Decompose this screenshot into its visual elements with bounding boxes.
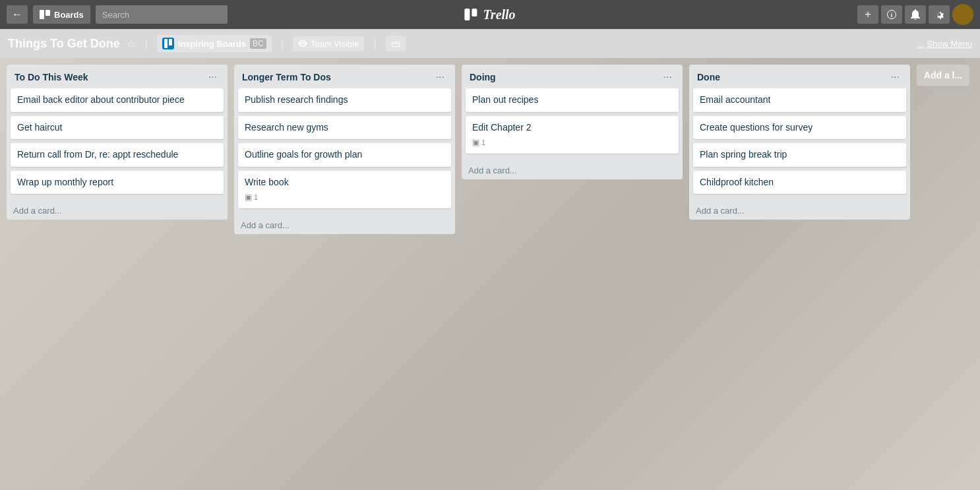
- card[interactable]: Email accountant: [693, 88, 906, 112]
- trello-wordmark: Trello: [483, 7, 515, 22]
- badge-icon: ▣: [472, 137, 479, 148]
- search-input[interactable]: [96, 5, 228, 24]
- add-button[interactable]: +: [857, 5, 878, 24]
- card-text: Email accountant: [700, 94, 770, 105]
- show-menu-label: Show Menu: [927, 39, 972, 49]
- trello-logo-icon: [464, 9, 479, 20]
- visibility-icon: [298, 39, 307, 48]
- show-menu-button[interactable]: ... Show Menu: [917, 39, 973, 49]
- gear-icon: [934, 9, 944, 20]
- bell-icon: [911, 9, 920, 20]
- list-list3: Doing···Plan out recipesEdit Chapter 2▣1…: [462, 65, 683, 179]
- card-text: Childproof kitchen: [700, 177, 774, 187]
- card-text: Email back editor about contributor piec…: [17, 94, 185, 105]
- divider-1: |: [145, 38, 148, 49]
- visibility-button[interactable]: Team Visible: [293, 36, 364, 51]
- list-title: To Do This Week: [15, 72, 88, 82]
- list-list1: To Do This Week···Email back editor abou…: [7, 65, 228, 220]
- card-text: Research new gyms: [245, 122, 328, 133]
- back-button[interactable]: ←: [7, 5, 28, 24]
- card[interactable]: Create questions for survey: [693, 116, 906, 140]
- info-button[interactable]: i: [881, 5, 902, 24]
- board-header: Things To Get Done ☆ | Inspiring Boards …: [0, 29, 980, 58]
- card-text: Write book: [245, 177, 289, 187]
- card-badges: ▣1: [245, 192, 444, 203]
- card[interactable]: Plan spring break trip: [693, 143, 906, 167]
- board-icon: [40, 10, 50, 19]
- list-header: Done···: [689, 65, 910, 88]
- list-menu-button[interactable]: ···: [206, 70, 220, 84]
- list-header: Longer Term To Dos···: [234, 65, 455, 88]
- card-badge: ▣1: [245, 192, 258, 203]
- list-header: To Do This Week···: [7, 65, 228, 88]
- card[interactable]: Get haircut: [11, 116, 224, 140]
- suitcase-icon: 🗃: [391, 38, 400, 49]
- card[interactable]: Outline goals for growth plan: [238, 143, 451, 167]
- card[interactable]: Wrap up monthly report: [11, 171, 224, 195]
- add-card-button[interactable]: Add a card...: [689, 202, 910, 220]
- card-badges: ▣1: [472, 137, 672, 148]
- card[interactable]: Write book▣1: [238, 171, 451, 208]
- add-card-button[interactable]: Add a card...: [234, 216, 455, 234]
- card[interactable]: Publish research findings: [238, 88, 451, 112]
- card-text: Publish research findings: [245, 94, 348, 105]
- lists-container: To Do This Week···Email back editor abou…: [0, 58, 980, 490]
- list-cards: Plan out recipesEdit Chapter 2▣1: [462, 88, 683, 162]
- workspace-icon: [162, 38, 174, 49]
- badge-count: 1: [481, 138, 485, 148]
- trello-logo: Trello: [464, 7, 515, 22]
- list-list2: Longer Term To Dos···Publish research fi…: [234, 65, 455, 234]
- list-title: Done: [697, 72, 720, 82]
- star-icon[interactable]: ☆: [127, 38, 136, 50]
- info-icon: i: [887, 10, 896, 19]
- card-text: Get haircut: [17, 122, 62, 133]
- card[interactable]: Email back editor about contributor piec…: [11, 88, 224, 112]
- board-area: To Do This Week···Email back editor abou…: [0, 58, 980, 490]
- list-cards: Email accountantCreate questions for sur…: [689, 88, 910, 202]
- card[interactable]: Research new gyms: [238, 116, 451, 140]
- workspace-button[interactable]: Inspiring Boards BC: [157, 35, 272, 52]
- divider-3: |: [373, 38, 376, 49]
- svg-rect-0: [40, 10, 44, 19]
- avatar[interactable]: [952, 4, 973, 25]
- list-title: Longer Term To Dos: [242, 72, 331, 82]
- add-list-panel[interactable]: Add a l...: [917, 65, 969, 86]
- list-header: Doing···: [462, 65, 683, 88]
- card[interactable]: Childproof kitchen: [693, 171, 906, 195]
- add-card-button[interactable]: Add a card...: [462, 162, 683, 179]
- list-title: Doing: [470, 72, 496, 82]
- card[interactable]: Edit Chapter 2▣1: [466, 116, 679, 154]
- suitcase-button[interactable]: 🗃: [386, 36, 406, 51]
- list-cards: Email back editor about contributor piec…: [7, 88, 228, 202]
- card-text: Plan out recipes: [472, 94, 538, 105]
- boards-label: Boards: [54, 10, 84, 20]
- card-text: Return call from Dr, re: appt reschedule: [17, 149, 178, 160]
- boards-button[interactable]: Boards: [33, 5, 90, 24]
- svg-rect-1: [46, 10, 50, 16]
- badge-count: 1: [254, 193, 258, 202]
- notifications-button[interactable]: [905, 5, 926, 24]
- list-cards: Publish research findingsResearch new gy…: [234, 88, 455, 216]
- card-text: Edit Chapter 2: [472, 122, 532, 133]
- card[interactable]: Plan out recipes: [466, 88, 679, 112]
- card-text: Plan spring break trip: [700, 149, 787, 160]
- card-badge: ▣1: [472, 137, 485, 148]
- divider-2: |: [281, 38, 284, 49]
- nav-right-actions: + i: [857, 4, 973, 25]
- settings-button[interactable]: [929, 5, 950, 24]
- board-title[interactable]: Things To Get Done: [8, 37, 120, 51]
- show-menu-dots: ...: [917, 39, 925, 49]
- visibility-label: Team Visible: [311, 39, 359, 49]
- list-menu-button[interactable]: ···: [888, 70, 902, 84]
- add-card-button[interactable]: Add a card...: [7, 202, 228, 220]
- badge-icon: ▣: [245, 192, 252, 203]
- card-text: Outline goals for growth plan: [245, 149, 362, 160]
- top-nav: ← Boards Trello + i: [0, 0, 980, 29]
- svg-text:i: i: [891, 12, 893, 18]
- card-text: Wrap up monthly report: [17, 177, 113, 187]
- workspace-name: Inspiring Boards: [178, 39, 246, 49]
- list-menu-button[interactable]: ···: [433, 70, 447, 84]
- list-menu-button[interactable]: ···: [661, 70, 675, 84]
- card[interactable]: Return call from Dr, re: appt reschedule: [11, 143, 224, 167]
- list-list4: Done···Email accountantCreate questions …: [689, 65, 910, 220]
